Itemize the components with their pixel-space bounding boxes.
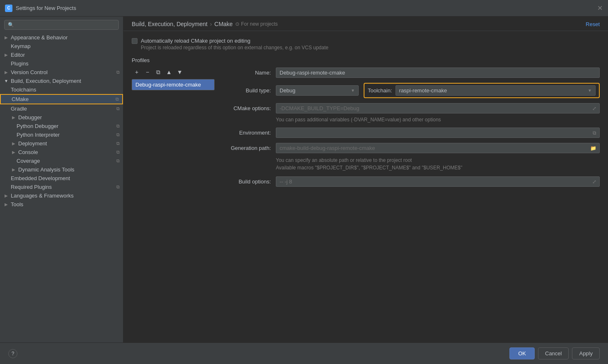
- search-input[interactable]: [17, 22, 115, 28]
- move-up-button[interactable]: ▲: [164, 67, 174, 77]
- sidebar-item-dynamic-analysis[interactable]: ▶ Dynamic Analysis Tools: [0, 165, 123, 174]
- cmake-options-row: CMake options: ⤢: [221, 103, 600, 113]
- content-header: Build, Execution, Deployment › CMake ⊙ F…: [123, 17, 608, 31]
- expand-arrow-icon: ▶: [3, 35, 9, 41]
- cancel-button[interactable]: Cancel: [538, 347, 569, 359]
- sidebar-item-languages[interactable]: ▶ Languages & Frameworks: [0, 191, 123, 200]
- breadcrumb-part2: CMake: [215, 21, 233, 27]
- breadcrumb-part1: Build, Execution, Deployment: [132, 21, 207, 27]
- copy-icon: ⧉: [116, 70, 120, 75]
- profiles-toolbar: + − ⧉ ▲ ▼: [132, 67, 215, 77]
- expand-arrow-icon: ▶: [3, 52, 9, 58]
- profiles-area: + − ⧉ ▲ ▼ Debug-raspi-remote-cmake: [132, 67, 600, 299]
- sidebar-item-appearance[interactable]: ▶ Appearance & Behavior: [0, 33, 123, 42]
- auto-reload-checkbox[interactable]: [132, 38, 138, 44]
- profiles-list-panel: + − ⧉ ▲ ▼ Debug-raspi-remote-cmake: [132, 67, 215, 299]
- expand-arrow-icon: ▶: [3, 70, 9, 75]
- copy-icon: ⧉: [116, 158, 120, 164]
- profiles-label: Profiles: [132, 57, 600, 63]
- copy-profile-button[interactable]: ⧉: [153, 67, 163, 77]
- environment-label: Environment:: [221, 130, 271, 136]
- expand-icon: ⤢: [592, 106, 596, 111]
- search-icon: 🔍: [8, 22, 14, 28]
- copy-icon: ⧉: [116, 141, 120, 146]
- folder-icon[interactable]: 📁: [590, 145, 596, 151]
- remove-profile-button[interactable]: −: [142, 67, 152, 77]
- cmake-options-input[interactable]: [276, 103, 600, 113]
- expand-arrow-icon: ▼: [3, 78, 9, 84]
- expand-options-icon: ⤢: [592, 179, 596, 185]
- app-icon: C: [5, 5, 12, 12]
- sidebar-item-embedded-dev[interactable]: Embedded Development: [0, 174, 123, 183]
- build-type-select[interactable]: Debug ▼: [276, 85, 359, 96]
- close-button[interactable]: ✕: [596, 5, 603, 12]
- ok-button[interactable]: OK: [509, 347, 535, 359]
- add-profile-button[interactable]: +: [132, 67, 142, 77]
- profiles-list: Debug-raspi-remote-cmake: [132, 79, 215, 90]
- build-type-toolchain-row: Build type: Debug ▼ Toolchain: raspi-rem…: [221, 83, 600, 98]
- sidebar-item-python-interpreter[interactable]: Python Interpreter ⧉: [0, 130, 123, 139]
- generation-path-row: Generation path: 📁: [221, 143, 600, 153]
- content-body: Automatically reload CMake project on ed…: [123, 31, 608, 342]
- toolchain-select[interactable]: raspi-remote-cmake ▼: [396, 85, 596, 96]
- profile-detail: Name: Build type: Debug ▼ Toolchain:: [221, 67, 600, 299]
- sidebar-item-console[interactable]: ▶ Console ⧉: [0, 148, 123, 157]
- sidebar-item-deployment[interactable]: ▶ Deployment ⧉: [0, 139, 123, 148]
- generation-path-input[interactable]: [276, 143, 600, 153]
- sidebar-item-required-plugins[interactable]: Required Plugins ⧉: [0, 183, 123, 191]
- toolchain-dropdown-arrow-icon: ▼: [588, 88, 592, 93]
- sidebar-item-keymap[interactable]: Keymap: [0, 42, 123, 51]
- auto-reload-label: Automatically reload CMake project on ed…: [141, 38, 328, 44]
- env-browse-icon[interactable]: ⧉: [593, 130, 596, 136]
- name-input[interactable]: [276, 67, 600, 78]
- environment-input[interactable]: [276, 128, 600, 138]
- sidebar-item-coverage[interactable]: Coverage ⧉: [0, 157, 123, 165]
- copy-icon: ⧉: [116, 132, 120, 137]
- expand-arrow-icon: ▶: [3, 193, 9, 199]
- breadcrumb-separator: ›: [210, 21, 212, 27]
- sidebar-item-build-exec[interactable]: ▼ Build, Execution, Deployment: [0, 77, 123, 85]
- search-box[interactable]: 🔍: [4, 20, 119, 30]
- auto-reload-subtext: Project is reloaded regardless of this o…: [141, 45, 328, 51]
- move-down-button[interactable]: ▼: [175, 67, 185, 77]
- apply-button[interactable]: Apply: [572, 347, 600, 359]
- for-new-projects-badge: ⊙ For new projects: [235, 21, 278, 27]
- expand-arrow-icon: ▶: [11, 149, 17, 155]
- profile-item[interactable]: Debug-raspi-remote-cmake: [132, 80, 214, 90]
- reset-button[interactable]: Reset: [586, 21, 600, 27]
- copy-icon: ⧉: [116, 96, 119, 102]
- footer-buttons: OK Cancel Apply: [509, 347, 600, 359]
- sidebar-item-debugger[interactable]: ▶ Debugger: [0, 113, 123, 122]
- copy-icon: ⧉: [116, 123, 120, 129]
- sidebar-item-version-control[interactable]: ▶ Version Control ⧉: [0, 68, 123, 77]
- cmake-options-label: CMake options:: [221, 105, 271, 111]
- build-options-input[interactable]: [276, 176, 600, 187]
- sidebar-item-python-debugger[interactable]: Python Debugger ⧉: [0, 122, 123, 130]
- name-row: Name:: [221, 67, 600, 78]
- copy-icon: ⧉: [116, 149, 120, 155]
- sidebar-item-cmake[interactable]: CMake ⧉: [0, 94, 123, 104]
- sidebar-item-toolchains[interactable]: Toolchains: [0, 85, 123, 94]
- sidebar-item-plugins[interactable]: Plugins: [0, 59, 123, 68]
- expand-arrow-icon: ▶: [3, 202, 9, 207]
- toolchain-group: Toolchain: raspi-remote-cmake ▼: [364, 83, 600, 98]
- dropdown-arrow-icon: ▼: [351, 88, 355, 93]
- cmake-options-hint: You can pass additional variables (-DVAR…: [276, 117, 600, 123]
- build-options-label: Build options:: [221, 178, 271, 185]
- expand-arrow-icon: ▶: [11, 141, 17, 147]
- expand-arrow-icon: ▶: [11, 115, 17, 121]
- copy-icon: ⧉: [116, 106, 120, 111]
- toolchain-label: Toolchain:: [368, 87, 392, 94]
- sidebar-nav: ▶ Appearance & Behavior Keymap ▶ Editor …: [0, 33, 123, 342]
- build-options-row: Build options: ⤢: [221, 176, 600, 187]
- footer-left: ?: [8, 349, 17, 358]
- sidebar-item-tools[interactable]: ▶ Tools: [0, 200, 123, 209]
- sidebar-item-editor[interactable]: ▶ Editor: [0, 51, 123, 59]
- sidebar-item-gradle[interactable]: Gradle ⧉: [0, 104, 123, 113]
- main-content: Build, Execution, Deployment › CMake ⊙ F…: [123, 17, 608, 342]
- build-type-label: Build type:: [221, 87, 271, 94]
- help-button[interactable]: ?: [8, 349, 17, 358]
- auto-reload-checkbox-wrapper[interactable]: [132, 38, 138, 44]
- copy-icon: ⧉: [116, 184, 120, 190]
- gen-path-hint: You can specify an absolute path or rela…: [276, 157, 600, 171]
